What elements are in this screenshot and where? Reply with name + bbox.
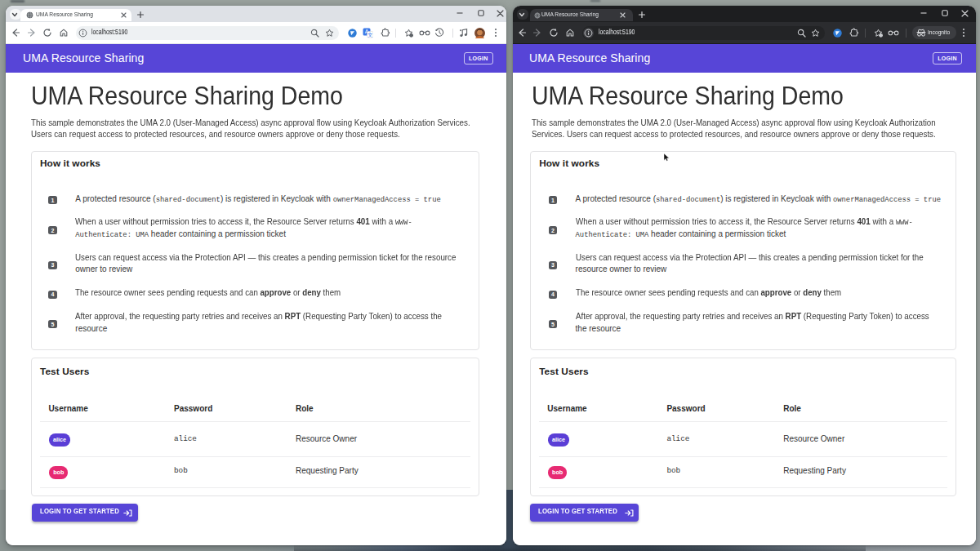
svg-text:文: 文 xyxy=(368,31,373,37)
